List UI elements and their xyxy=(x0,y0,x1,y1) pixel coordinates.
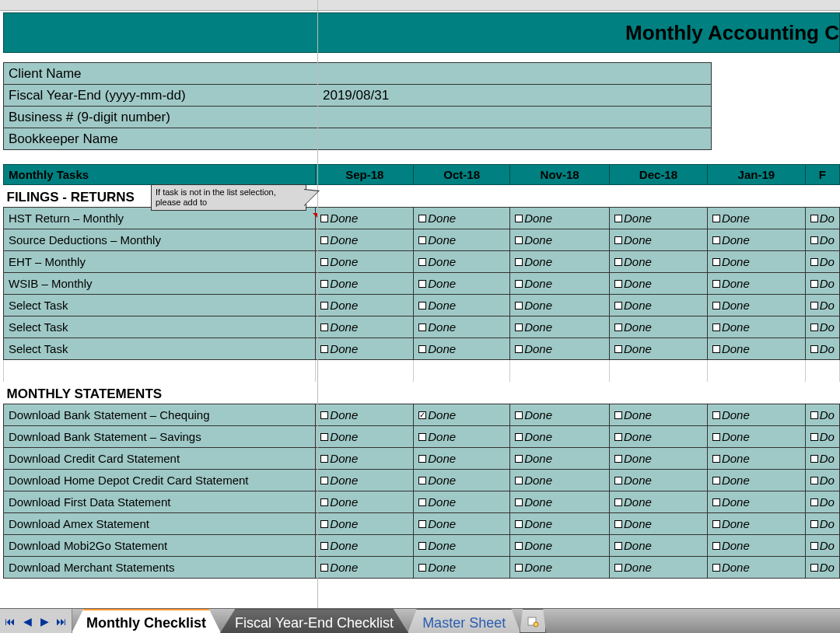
done-checkbox[interactable] xyxy=(320,498,328,506)
done-cell[interactable]: Done xyxy=(510,556,610,578)
done-cell[interactable]: Done xyxy=(707,404,805,425)
done-cell[interactable]: Done xyxy=(316,512,414,534)
task-name-cell[interactable]: Download Credit Card Statement xyxy=(4,447,316,469)
done-checkbox[interactable] xyxy=(515,520,523,528)
done-cell[interactable]: Done xyxy=(610,491,708,512)
task-name-cell[interactable]: Select Task xyxy=(4,295,316,316)
done-checkbox[interactable] xyxy=(418,455,426,463)
done-checkbox[interactable] xyxy=(320,215,328,222)
done-cell[interactable]: Done xyxy=(316,425,414,447)
done-cell[interactable]: Done xyxy=(414,338,510,360)
meta-value-cell[interactable]: 2019/08/31 xyxy=(318,85,712,107)
done-checkbox[interactable] xyxy=(712,280,720,288)
done-checkbox[interactable] xyxy=(712,520,720,528)
done-checkbox[interactable] xyxy=(515,215,523,222)
done-checkbox[interactable] xyxy=(810,258,818,266)
done-cell[interactable]: Done xyxy=(610,425,708,447)
done-checkbox[interactable] xyxy=(320,433,328,441)
done-checkbox[interactable] xyxy=(320,258,328,266)
done-cell[interactable]: Do xyxy=(805,404,839,425)
done-checkbox[interactable] xyxy=(418,302,426,310)
done-cell[interactable]: Done xyxy=(316,556,414,578)
done-cell[interactable]: Done xyxy=(707,491,805,512)
done-cell[interactable]: Do xyxy=(805,208,839,229)
done-cell[interactable]: Done xyxy=(414,316,510,338)
done-checkbox[interactable] xyxy=(418,498,426,506)
task-name-cell[interactable]: Download Merchant Statements xyxy=(4,556,316,578)
done-cell[interactable]: Do xyxy=(805,469,839,491)
done-cell[interactable]: Done xyxy=(707,295,805,316)
done-checkbox[interactable] xyxy=(418,520,426,528)
done-checkbox[interactable] xyxy=(712,542,720,550)
done-checkbox[interactable] xyxy=(712,455,720,463)
done-checkbox[interactable] xyxy=(810,302,818,310)
done-cell[interactable]: Done xyxy=(510,512,610,534)
done-cell[interactable]: Done xyxy=(414,251,510,273)
done-checkbox[interactable] xyxy=(712,411,720,419)
done-cell[interactable]: Done xyxy=(610,316,708,338)
done-checkbox[interactable] xyxy=(712,564,720,572)
done-checkbox[interactable] xyxy=(614,477,622,484)
task-name-cell[interactable]: Download Mobi2Go Statement xyxy=(4,534,316,556)
done-checkbox[interactable] xyxy=(810,433,818,441)
done-cell[interactable]: Done xyxy=(316,534,414,556)
done-checkbox[interactable] xyxy=(320,520,328,528)
done-checkbox[interactable] xyxy=(614,433,622,441)
done-checkbox[interactable] xyxy=(320,323,328,331)
done-checkbox[interactable] xyxy=(712,498,720,506)
done-checkbox[interactable] xyxy=(614,345,622,353)
done-checkbox[interactable] xyxy=(515,345,523,353)
done-cell[interactable]: Done xyxy=(316,469,414,491)
done-cell[interactable]: Done xyxy=(316,491,414,512)
done-checkbox[interactable] xyxy=(418,323,426,331)
done-checkbox[interactable] xyxy=(614,280,622,288)
done-checkbox[interactable] xyxy=(712,215,720,222)
meta-label-cell[interactable]: Client Name xyxy=(4,63,318,85)
done-checkbox[interactable] xyxy=(614,302,622,310)
done-cell[interactable]: Done xyxy=(510,469,610,491)
meta-label-cell[interactable]: Business # (9-digit number) xyxy=(4,107,318,128)
done-cell[interactable]: Done xyxy=(510,534,610,556)
done-cell[interactable]: Done xyxy=(316,338,414,360)
done-cell[interactable]: Done xyxy=(610,251,708,273)
done-checkbox[interactable] xyxy=(712,477,720,484)
done-cell[interactable]: Do xyxy=(805,512,839,534)
done-cell[interactable]: Do xyxy=(805,229,839,251)
done-cell[interactable]: Done xyxy=(510,491,610,512)
done-cell[interactable]: Done xyxy=(707,447,805,469)
done-cell[interactable]: Done xyxy=(610,295,708,316)
done-cell[interactable]: Done xyxy=(414,425,510,447)
done-cell[interactable]: Done xyxy=(414,512,510,534)
task-name-cell[interactable]: Download Bank Statement – Savings xyxy=(4,425,316,447)
done-cell[interactable]: Done xyxy=(707,469,805,491)
done-cell[interactable]: Done xyxy=(414,469,510,491)
task-name-cell[interactable]: Select Task xyxy=(4,316,316,338)
task-name-cell[interactable]: Download Amex Statement xyxy=(4,512,316,534)
done-checkbox[interactable] xyxy=(810,542,818,550)
done-checkbox[interactable] xyxy=(418,433,426,441)
done-cell[interactable]: Done xyxy=(316,316,414,338)
done-cell[interactable]: Done xyxy=(414,447,510,469)
done-cell[interactable]: Do xyxy=(805,251,839,273)
meta-value-cell[interactable] xyxy=(318,107,712,128)
done-checkbox[interactable] xyxy=(515,542,523,550)
done-checkbox[interactable] xyxy=(515,564,523,572)
done-checkbox[interactable] xyxy=(810,520,818,528)
done-checkbox[interactable] xyxy=(712,258,720,266)
done-checkbox[interactable] xyxy=(810,236,818,244)
done-cell[interactable]: Done xyxy=(316,404,414,425)
done-checkbox[interactable] xyxy=(320,542,328,550)
done-checkbox[interactable] xyxy=(810,498,818,506)
done-checkbox[interactable] xyxy=(712,302,720,310)
done-cell[interactable]: Done xyxy=(707,338,805,360)
done-cell[interactable]: Do xyxy=(805,316,839,338)
done-checkbox[interactable] xyxy=(320,280,328,288)
done-cell[interactable]: Done xyxy=(610,534,708,556)
done-cell[interactable]: Do xyxy=(805,338,839,360)
done-cell[interactable]: Done xyxy=(316,229,414,251)
done-cell[interactable]: Done xyxy=(510,251,610,273)
done-cell[interactable]: Done xyxy=(510,316,610,338)
done-checkbox[interactable] xyxy=(418,215,426,222)
done-cell[interactable]: Done xyxy=(510,295,610,316)
done-cell[interactable]: Done xyxy=(610,404,708,425)
